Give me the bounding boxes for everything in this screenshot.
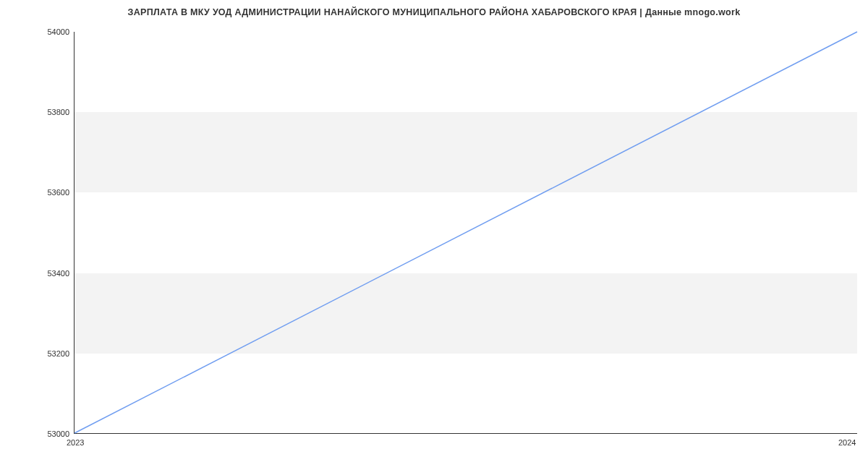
y-tick-label: 53600 — [47, 188, 69, 197]
y-tick-label: 53400 — [47, 269, 69, 278]
y-tick-label: 53200 — [47, 349, 69, 358]
y-tick-label: 53000 — [47, 430, 69, 438]
y-tick-label: 54000 — [47, 27, 69, 36]
y-tick-label: 53800 — [47, 108, 69, 116]
series-svg — [75, 32, 857, 433]
x-tick-label: 2024 — [838, 438, 856, 447]
x-tick-label: 2023 — [67, 438, 84, 447]
plot-area — [74, 32, 857, 434]
chart-title: ЗАРПЛАТА В МКУ УОД АДМИНИСТРАЦИИ НАНАЙСК… — [0, 7, 868, 17]
salary-line-chart: ЗАРПЛАТА В МКУ УОД АДМИНИСТРАЦИИ НАНАЙСК… — [0, 0, 868, 470]
series-line — [75, 32, 857, 433]
